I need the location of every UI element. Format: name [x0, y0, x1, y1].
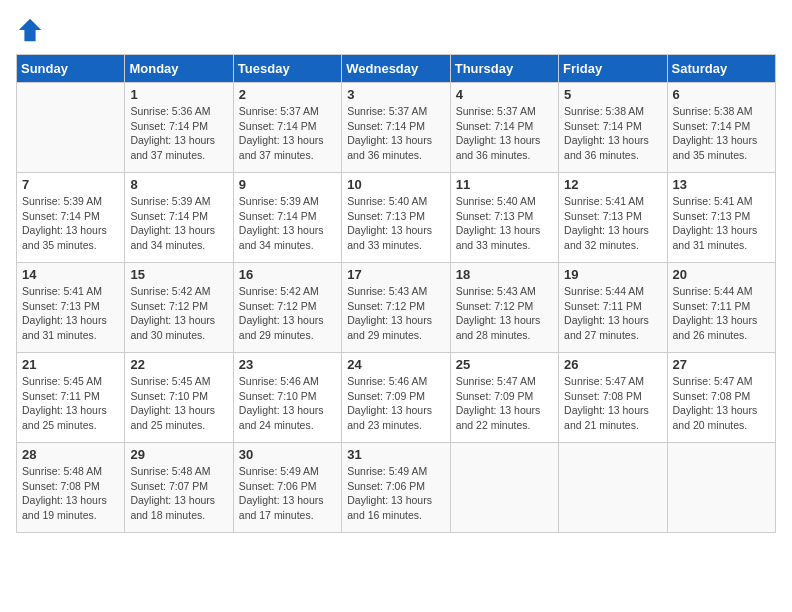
cell-info: Sunrise: 5:40 AMSunset: 7:13 PMDaylight:…	[456, 194, 553, 253]
day-cell: 3Sunrise: 5:37 AMSunset: 7:14 PMDaylight…	[342, 83, 450, 173]
cell-info: Sunrise: 5:46 AMSunset: 7:09 PMDaylight:…	[347, 374, 444, 433]
day-cell: 30Sunrise: 5:49 AMSunset: 7:06 PMDayligh…	[233, 443, 341, 533]
day-number: 19	[564, 267, 661, 282]
cell-info: Sunrise: 5:38 AMSunset: 7:14 PMDaylight:…	[673, 104, 770, 163]
cell-info: Sunrise: 5:41 AMSunset: 7:13 PMDaylight:…	[673, 194, 770, 253]
cell-info: Sunrise: 5:43 AMSunset: 7:12 PMDaylight:…	[456, 284, 553, 343]
cell-info: Sunrise: 5:45 AMSunset: 7:10 PMDaylight:…	[130, 374, 227, 433]
day-cell: 9Sunrise: 5:39 AMSunset: 7:14 PMDaylight…	[233, 173, 341, 263]
day-number: 11	[456, 177, 553, 192]
day-number: 8	[130, 177, 227, 192]
day-number: 20	[673, 267, 770, 282]
day-number: 30	[239, 447, 336, 462]
cell-info: Sunrise: 5:46 AMSunset: 7:10 PMDaylight:…	[239, 374, 336, 433]
week-row-1: 1Sunrise: 5:36 AMSunset: 7:14 PMDaylight…	[17, 83, 776, 173]
week-row-2: 7Sunrise: 5:39 AMSunset: 7:14 PMDaylight…	[17, 173, 776, 263]
day-cell: 16Sunrise: 5:42 AMSunset: 7:12 PMDayligh…	[233, 263, 341, 353]
day-number: 15	[130, 267, 227, 282]
day-cell: 25Sunrise: 5:47 AMSunset: 7:09 PMDayligh…	[450, 353, 558, 443]
cell-info: Sunrise: 5:41 AMSunset: 7:13 PMDaylight:…	[22, 284, 119, 343]
day-cell: 6Sunrise: 5:38 AMSunset: 7:14 PMDaylight…	[667, 83, 775, 173]
header-wednesday: Wednesday	[342, 55, 450, 83]
cell-info: Sunrise: 5:39 AMSunset: 7:14 PMDaylight:…	[130, 194, 227, 253]
day-cell: 5Sunrise: 5:38 AMSunset: 7:14 PMDaylight…	[559, 83, 667, 173]
day-number: 2	[239, 87, 336, 102]
cell-info: Sunrise: 5:45 AMSunset: 7:11 PMDaylight:…	[22, 374, 119, 433]
cell-info: Sunrise: 5:37 AMSunset: 7:14 PMDaylight:…	[347, 104, 444, 163]
day-cell: 11Sunrise: 5:40 AMSunset: 7:13 PMDayligh…	[450, 173, 558, 263]
day-cell: 18Sunrise: 5:43 AMSunset: 7:12 PMDayligh…	[450, 263, 558, 353]
day-cell: 24Sunrise: 5:46 AMSunset: 7:09 PMDayligh…	[342, 353, 450, 443]
day-number: 27	[673, 357, 770, 372]
day-number: 17	[347, 267, 444, 282]
day-number: 12	[564, 177, 661, 192]
day-cell: 27Sunrise: 5:47 AMSunset: 7:08 PMDayligh…	[667, 353, 775, 443]
cell-info: Sunrise: 5:42 AMSunset: 7:12 PMDaylight:…	[239, 284, 336, 343]
day-number: 24	[347, 357, 444, 372]
day-number: 14	[22, 267, 119, 282]
day-cell: 21Sunrise: 5:45 AMSunset: 7:11 PMDayligh…	[17, 353, 125, 443]
day-cell: 22Sunrise: 5:45 AMSunset: 7:10 PMDayligh…	[125, 353, 233, 443]
calendar-header-row: SundayMondayTuesdayWednesdayThursdayFrid…	[17, 55, 776, 83]
cell-info: Sunrise: 5:48 AMSunset: 7:08 PMDaylight:…	[22, 464, 119, 523]
day-number: 10	[347, 177, 444, 192]
cell-info: Sunrise: 5:47 AMSunset: 7:08 PMDaylight:…	[564, 374, 661, 433]
day-number: 28	[22, 447, 119, 462]
cell-info: Sunrise: 5:48 AMSunset: 7:07 PMDaylight:…	[130, 464, 227, 523]
day-number: 22	[130, 357, 227, 372]
day-cell: 2Sunrise: 5:37 AMSunset: 7:14 PMDaylight…	[233, 83, 341, 173]
day-number: 9	[239, 177, 336, 192]
week-row-4: 21Sunrise: 5:45 AMSunset: 7:11 PMDayligh…	[17, 353, 776, 443]
day-cell: 28Sunrise: 5:48 AMSunset: 7:08 PMDayligh…	[17, 443, 125, 533]
cell-info: Sunrise: 5:49 AMSunset: 7:06 PMDaylight:…	[239, 464, 336, 523]
page-header	[16, 16, 776, 44]
day-number: 23	[239, 357, 336, 372]
day-cell: 13Sunrise: 5:41 AMSunset: 7:13 PMDayligh…	[667, 173, 775, 263]
cell-info: Sunrise: 5:38 AMSunset: 7:14 PMDaylight:…	[564, 104, 661, 163]
day-cell: 17Sunrise: 5:43 AMSunset: 7:12 PMDayligh…	[342, 263, 450, 353]
calendar-table: SundayMondayTuesdayWednesdayThursdayFrid…	[16, 54, 776, 533]
cell-info: Sunrise: 5:49 AMSunset: 7:06 PMDaylight:…	[347, 464, 444, 523]
cell-info: Sunrise: 5:39 AMSunset: 7:14 PMDaylight:…	[22, 194, 119, 253]
cell-info: Sunrise: 5:47 AMSunset: 7:09 PMDaylight:…	[456, 374, 553, 433]
cell-info: Sunrise: 5:42 AMSunset: 7:12 PMDaylight:…	[130, 284, 227, 343]
logo	[16, 16, 48, 44]
day-cell: 23Sunrise: 5:46 AMSunset: 7:10 PMDayligh…	[233, 353, 341, 443]
day-number: 25	[456, 357, 553, 372]
day-cell: 1Sunrise: 5:36 AMSunset: 7:14 PMDaylight…	[125, 83, 233, 173]
cell-info: Sunrise: 5:36 AMSunset: 7:14 PMDaylight:…	[130, 104, 227, 163]
day-number: 26	[564, 357, 661, 372]
day-number: 13	[673, 177, 770, 192]
day-cell	[559, 443, 667, 533]
day-cell: 4Sunrise: 5:37 AMSunset: 7:14 PMDaylight…	[450, 83, 558, 173]
day-cell	[450, 443, 558, 533]
day-number: 5	[564, 87, 661, 102]
header-saturday: Saturday	[667, 55, 775, 83]
day-cell: 15Sunrise: 5:42 AMSunset: 7:12 PMDayligh…	[125, 263, 233, 353]
day-number: 4	[456, 87, 553, 102]
day-number: 29	[130, 447, 227, 462]
day-cell: 14Sunrise: 5:41 AMSunset: 7:13 PMDayligh…	[17, 263, 125, 353]
header-thursday: Thursday	[450, 55, 558, 83]
day-number: 31	[347, 447, 444, 462]
cell-info: Sunrise: 5:47 AMSunset: 7:08 PMDaylight:…	[673, 374, 770, 433]
day-cell: 26Sunrise: 5:47 AMSunset: 7:08 PMDayligh…	[559, 353, 667, 443]
cell-info: Sunrise: 5:37 AMSunset: 7:14 PMDaylight:…	[239, 104, 336, 163]
cell-info: Sunrise: 5:44 AMSunset: 7:11 PMDaylight:…	[564, 284, 661, 343]
svg-marker-0	[19, 19, 41, 41]
header-monday: Monday	[125, 55, 233, 83]
cell-info: Sunrise: 5:40 AMSunset: 7:13 PMDaylight:…	[347, 194, 444, 253]
cell-info: Sunrise: 5:43 AMSunset: 7:12 PMDaylight:…	[347, 284, 444, 343]
header-tuesday: Tuesday	[233, 55, 341, 83]
week-row-5: 28Sunrise: 5:48 AMSunset: 7:08 PMDayligh…	[17, 443, 776, 533]
day-cell: 29Sunrise: 5:48 AMSunset: 7:07 PMDayligh…	[125, 443, 233, 533]
day-number: 16	[239, 267, 336, 282]
day-cell	[667, 443, 775, 533]
logo-icon	[16, 16, 44, 44]
cell-info: Sunrise: 5:41 AMSunset: 7:13 PMDaylight:…	[564, 194, 661, 253]
day-number: 3	[347, 87, 444, 102]
day-number: 7	[22, 177, 119, 192]
day-cell: 20Sunrise: 5:44 AMSunset: 7:11 PMDayligh…	[667, 263, 775, 353]
day-cell: 19Sunrise: 5:44 AMSunset: 7:11 PMDayligh…	[559, 263, 667, 353]
day-cell: 10Sunrise: 5:40 AMSunset: 7:13 PMDayligh…	[342, 173, 450, 263]
